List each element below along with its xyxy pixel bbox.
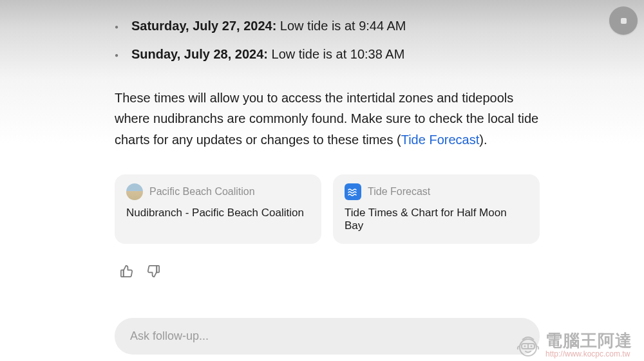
bullet-icon: ● — [115, 22, 131, 32]
ref-title: Nudibranch - Pacific Beach Coalition — [126, 207, 310, 219]
feedback-row — [115, 262, 540, 280]
dot-icon — [621, 18, 627, 24]
watermark-cn: 電腦王阿達 — [545, 332, 632, 349]
list-item: ● Saturday, July 27, 2024: Low tide is a… — [115, 12, 540, 40]
bullet-icon: ● — [115, 50, 131, 60]
watermark-url: http://www.kocpc.com.tw — [545, 350, 632, 358]
followup-input-container[interactable] — [115, 318, 540, 355]
top-circle-button[interactable] — [609, 6, 638, 35]
description-paragraph: These times will allow you to access the… — [115, 88, 540, 150]
reference-card-beach[interactable]: Pacific Beach Coalition Nudibranch - Pac… — [115, 174, 321, 244]
ref-head: Tide Forecast — [345, 183, 528, 200]
tide-text: Low tide is at 9:44 AM — [276, 19, 406, 33]
followup-input[interactable] — [130, 329, 524, 343]
thumbs-down-icon — [146, 264, 161, 279]
list-item-text: Sunday, July 28, 2024: Low tide is at 10… — [131, 44, 404, 64]
date-bold: Sunday, July 28, 2024: — [131, 47, 268, 61]
list-item: ● Sunday, July 28, 2024: Low tide is at … — [115, 40, 540, 68]
ref-source: Tide Forecast — [368, 186, 430, 198]
list-item-text: Saturday, July 27, 2024: Low tide is at … — [131, 16, 406, 35]
thumbs-up-button[interactable] — [117, 262, 135, 280]
tide-forecast-link[interactable]: Tide Forecast — [401, 133, 480, 147]
date-bold: Saturday, July 27, 2024: — [131, 19, 276, 33]
ref-head: Pacific Beach Coalition — [126, 183, 310, 200]
tide-list: ● Saturday, July 27, 2024: Low tide is a… — [115, 12, 540, 68]
thumbs-down-button[interactable] — [144, 262, 162, 280]
thumbs-up-icon — [119, 264, 134, 279]
ref-title: Tide Times & Chart for Half Moon Bay — [345, 207, 528, 232]
beach-icon — [126, 183, 143, 200]
reference-cards: Pacific Beach Coalition Nudibranch - Pac… — [115, 174, 540, 244]
tide-icon — [345, 183, 361, 200]
chat-response: ● Saturday, July 27, 2024: Low tide is a… — [115, 12, 540, 286]
ref-source: Pacific Beach Coalition — [149, 186, 255, 198]
watermark-text: 電腦王阿達 http://www.kocpc.com.tw — [545, 332, 632, 358]
reference-card-tide[interactable]: Tide Forecast Tide Times & Chart for Hal… — [333, 174, 540, 244]
tide-text: Low tide is at 10:38 AM — [268, 47, 404, 61]
desc-post: ). — [479, 133, 487, 147]
